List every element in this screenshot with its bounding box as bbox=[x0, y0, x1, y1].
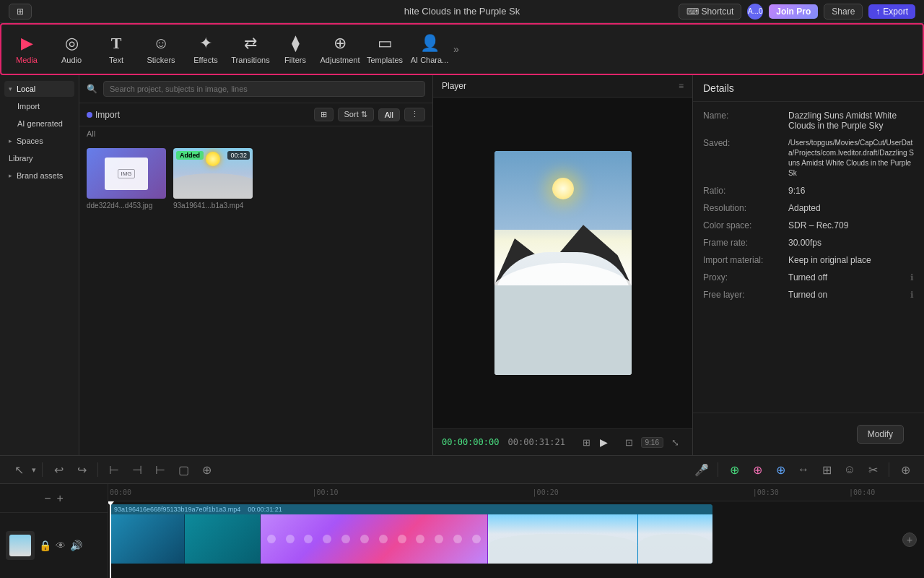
toolbar-label-aicharacter: AI Chara... bbox=[411, 56, 449, 64]
time-display: 00:00:00:00 00:00:31:21 bbox=[442, 437, 565, 447]
timeline-zoom-controls: − + bbox=[0, 484, 108, 513]
visibility-icon[interactable]: 👁 bbox=[56, 540, 66, 551]
video-clip[interactable]: 93a196416e668f95133b19a7e0f1b1a3.mp4 00:… bbox=[110, 504, 712, 564]
detail-value-colorspace: SDR – Rec.709 bbox=[788, 220, 914, 230]
detail-row-colorspace: Color space: SDR – Rec.709 bbox=[703, 220, 914, 230]
join-pro-button[interactable]: Join Pro bbox=[769, 4, 818, 19]
avatar[interactable]: A...0 bbox=[747, 4, 763, 20]
grid-view-button[interactable]: ⊞ bbox=[314, 108, 334, 121]
sidebar-item-local[interactable]: ▾ Local bbox=[4, 81, 74, 97]
timeline-track-controls: 🔒 👁 🔊 bbox=[0, 513, 108, 578]
media-view-controls: ⊞ Sort ⇅ All ⋮ bbox=[314, 108, 425, 121]
shortcut-button[interactable]: ⌨ Shortcut bbox=[679, 4, 742, 20]
zoom-in-icon[interactable]: + bbox=[57, 492, 64, 505]
top-bar: ⊞ hite Clouds in the Purple Sk ⌨ Shortcu… bbox=[0, 0, 924, 23]
toolbar-item-effects[interactable]: ✦ Effects bbox=[183, 24, 228, 74]
toolbar-item-transitions[interactable]: ⇄ Transitions bbox=[228, 24, 273, 74]
media-thumbnail: Added 00:32 bbox=[173, 148, 253, 199]
grid-btn[interactable]: ⊞ bbox=[578, 434, 596, 451]
sidebar-item-library[interactable]: Library bbox=[4, 150, 74, 166]
details-header: Details bbox=[693, 75, 924, 102]
filter-options-button[interactable]: ⋮ bbox=[404, 108, 425, 121]
toolbar-item-adjustment[interactable]: ⊕ Adjustment bbox=[318, 24, 362, 74]
ruler-tick-0: 00:00 bbox=[110, 488, 131, 496]
trim-left-button[interactable]: ⊣ bbox=[127, 460, 147, 480]
chevron-right-icon: ▸ bbox=[9, 137, 12, 144]
select-dropdown-icon[interactable]: ▾ bbox=[32, 465, 36, 475]
transition-insert-button[interactable]: ↔ bbox=[793, 460, 814, 480]
adjustment-icon: ⊕ bbox=[334, 34, 346, 53]
sidebar-item-spaces[interactable]: ▸ Spaces bbox=[4, 133, 74, 149]
import-button[interactable]: Import bbox=[87, 110, 120, 120]
video-insert-button[interactable]: ⊕ bbox=[724, 460, 744, 480]
zoom-in-button[interactable]: ⊕ bbox=[895, 460, 915, 480]
toolbar-item-aicharacter[interactable]: 👤 AI Chara... bbox=[407, 24, 452, 74]
sidebar-item-brand-assets[interactable]: ▸ Brand assets bbox=[4, 168, 74, 184]
detail-row-proxy: Proxy: Turned off ℹ bbox=[703, 272, 914, 282]
text-insert-button[interactable]: ⊕ bbox=[770, 460, 790, 480]
sidebar-local-label: Local bbox=[17, 85, 35, 93]
timeline-tracks: 93a196416e668f95133b19a7e0f1b1a3.mp4 00:… bbox=[108, 501, 924, 578]
share-button[interactable]: Share bbox=[824, 4, 863, 20]
audio-icon: ◎ bbox=[65, 34, 79, 53]
clip-filename: 93a196416e668f95133b19a7e0f1b1a3.mp4 bbox=[114, 506, 240, 513]
add-track-button[interactable]: + bbox=[902, 532, 917, 547]
cut-button[interactable]: ✂ bbox=[863, 460, 883, 480]
ratio-badge[interactable]: 9:16 bbox=[641, 437, 663, 448]
sidebar-item-ai-generated[interactable]: AI generated bbox=[4, 116, 74, 131]
search-input[interactable] bbox=[103, 81, 425, 97]
emoji-button[interactable]: ☺ bbox=[840, 460, 860, 480]
undo-button[interactable]: ↩ bbox=[48, 460, 69, 480]
ruler-tick-30: |00:30 bbox=[753, 488, 779, 496]
toolbar-expand-button[interactable]: » bbox=[453, 43, 459, 55]
toolbar-item-filters[interactable]: ⧫ Filters bbox=[273, 24, 318, 74]
select-tool-button[interactable]: ↖ bbox=[9, 460, 29, 480]
crop-icon[interactable]: ⊡ bbox=[621, 434, 638, 451]
proxy-info-icon[interactable]: ℹ bbox=[910, 272, 914, 282]
toolbar-item-stickers[interactable]: ☺ Stickers bbox=[139, 24, 183, 74]
redo-button[interactable]: ↪ bbox=[71, 460, 92, 480]
avatar-label: A...0 bbox=[748, 7, 763, 15]
stickers-icon: ☺ bbox=[153, 34, 169, 53]
mark-button[interactable]: ⊕ bbox=[196, 460, 217, 480]
sidebar-item-import[interactable]: Import bbox=[4, 98, 74, 114]
toolbar-label-effects: Effects bbox=[193, 56, 217, 64]
sort-button[interactable]: Sort ⇅ bbox=[338, 108, 374, 121]
lock-icon[interactable]: 🔒 bbox=[39, 540, 51, 551]
audio-insert-button[interactable]: ⊕ bbox=[747, 460, 767, 480]
all-filter-button[interactable]: All bbox=[378, 108, 400, 121]
toolbar-label-templates: Templates bbox=[367, 56, 403, 64]
modify-button[interactable]: Modify bbox=[857, 425, 904, 444]
detail-label-colorspace: Color space: bbox=[703, 220, 783, 230]
toolbar-item-audio[interactable]: ◎ Audio bbox=[49, 24, 94, 74]
player-menu-icon[interactable]: ≡ bbox=[679, 81, 684, 91]
player-title: Player bbox=[442, 81, 466, 91]
aicharacter-icon: 👤 bbox=[420, 34, 440, 53]
toolbar-label-adjustment: Adjustment bbox=[320, 56, 359, 64]
toolbar-item-templates[interactable]: ▭ Templates bbox=[362, 24, 407, 74]
toolbar-item-media[interactable]: ▶ Media bbox=[4, 24, 49, 74]
detail-row-resolution: Resolution: Adapted bbox=[703, 203, 914, 213]
monitor-button[interactable]: ⊞ bbox=[9, 4, 32, 20]
crop-button[interactable]: ▢ bbox=[173, 460, 193, 480]
play-button[interactable]: ▶ bbox=[600, 436, 608, 448]
detail-value-saved: /Users/topgus/Movies/CapCut/UserData/Pro… bbox=[788, 138, 914, 178]
main-area: ▾ Local Import AI generated ▸ Spaces Lib… bbox=[0, 75, 924, 455]
split-button[interactable]: ⊢ bbox=[104, 460, 124, 480]
zoom-out-icon[interactable]: − bbox=[44, 492, 51, 505]
export-button[interactable]: ↑ Export bbox=[868, 4, 915, 19]
list-item[interactable]: IMG dde322d4...d453.jpg bbox=[87, 148, 166, 210]
toolbar-item-text[interactable]: T Text bbox=[94, 24, 139, 74]
freelayer-info-icon[interactable]: ℹ bbox=[910, 290, 914, 300]
microphone-button[interactable]: 🎤 bbox=[692, 460, 712, 480]
current-time: 00:00:00:00 bbox=[442, 437, 499, 447]
overlay-button[interactable]: ⊞ bbox=[816, 460, 837, 480]
timeline-cursor[interactable] bbox=[110, 501, 111, 578]
details-footer: Modify bbox=[693, 413, 924, 455]
detail-label-framerate: Frame rate: bbox=[703, 238, 783, 248]
project-title: hite Clouds in the Purple Sk bbox=[404, 6, 520, 17]
trim-right-button[interactable]: ⊢ bbox=[150, 460, 170, 480]
list-item[interactable]: Added 00:32 93a19641...b1a3.mp4 bbox=[173, 148, 253, 210]
fullscreen-icon[interactable]: ⤡ bbox=[666, 434, 684, 451]
audio-mute-icon[interactable]: 🔊 bbox=[70, 540, 82, 551]
